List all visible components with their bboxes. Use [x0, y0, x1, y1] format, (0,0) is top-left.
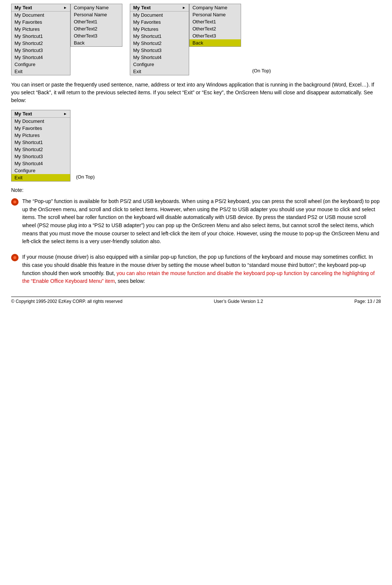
- footer-guide: User’s Guide Version 1.2: [214, 299, 263, 304]
- on-top-label-1: (On Top): [252, 68, 271, 75]
- menu3-item-shortcut3[interactable]: My Shortcut3: [11, 153, 70, 160]
- menu2-item-exit[interactable]: Exit: [130, 68, 189, 75]
- bullet-icon-2: [11, 254, 19, 261]
- menu2-item-configure[interactable]: Configure: [130, 61, 189, 68]
- menu3-item-favorites[interactable]: My Favorites: [11, 125, 70, 132]
- sub1-back[interactable]: Back: [71, 39, 122, 46]
- menu-container-1: My Text ► My Document My Favorites My Pi…: [11, 4, 122, 75]
- menu3-item-shortcut2[interactable]: My Shortcut2: [11, 146, 70, 153]
- arrow-icon-1: ►: [63, 6, 67, 10]
- sub2-other3[interactable]: OtherText3: [190, 32, 241, 39]
- menu2-item-document[interactable]: My Document: [130, 12, 189, 19]
- menu1-item-shortcut3[interactable]: My Shortcut3: [11, 47, 70, 54]
- menu3-item-shortcut4[interactable]: My Shortcut4: [11, 160, 70, 167]
- bullet-text-1: The “Pop-up” function is available for b…: [22, 197, 381, 246]
- sub1-other1[interactable]: OtherText1: [71, 18, 122, 25]
- sub2-back[interactable]: Back: [190, 39, 241, 46]
- menu2-header[interactable]: My Text ►: [130, 4, 189, 12]
- sub2-company[interactable]: Company Name: [190, 4, 241, 11]
- menu3-item-shortcut1[interactable]: My Shortcut1: [11, 139, 70, 146]
- menu1-item-shortcut2[interactable]: My Shortcut2: [11, 40, 70, 47]
- menu3-item-configure[interactable]: Configure: [11, 167, 70, 174]
- menu2-item-shortcut1[interactable]: My Shortcut1: [130, 33, 189, 40]
- bullet-item-1: The “Pop-up” function is available for b…: [11, 197, 381, 246]
- footer-page: Page: 13 / 28: [355, 299, 381, 304]
- menu3-item-document[interactable]: My Document: [11, 118, 70, 125]
- arrow-icon-2: ►: [182, 6, 186, 10]
- sub2-personal[interactable]: Personal Name: [190, 11, 241, 18]
- menu-box-2: My Text ► My Document My Favorites My Pi…: [130, 4, 189, 75]
- footer: © Copyright 1995-2002 EzKey CORP. all ri…: [11, 297, 381, 304]
- sub1-company[interactable]: Company Name: [71, 4, 122, 11]
- menu-container-2: My Text ► My Document My Favorites My Pi…: [130, 4, 241, 75]
- menu1-item-shortcut1[interactable]: My Shortcut1: [11, 33, 70, 40]
- on-top-label-2: (On Top): [76, 174, 95, 182]
- sub1-other3[interactable]: OtherText3: [71, 32, 122, 39]
- sub1-personal[interactable]: Personal Name: [71, 11, 122, 18]
- sub2-other2[interactable]: OtherText2: [190, 25, 241, 32]
- arrow-icon-3: ►: [63, 112, 67, 116]
- sub1-other2[interactable]: OtherText2: [71, 25, 122, 32]
- bullet-icon-1: [11, 198, 19, 206]
- menu-box-1: My Text ► My Document My Favorites My Pi…: [11, 4, 70, 75]
- menu1-header[interactable]: My Text ►: [11, 4, 70, 12]
- bullet2-after: , sees below:: [115, 278, 145, 284]
- menu3-header[interactable]: My Text ►: [11, 110, 70, 118]
- description-text: You can insert or paste the frequently u…: [11, 81, 381, 104]
- menu1-item-favorites[interactable]: My Favorites: [11, 19, 70, 26]
- menu1-item-shortcut4[interactable]: My Shortcut4: [11, 54, 70, 61]
- menu1-item-exit[interactable]: Exit: [11, 68, 70, 75]
- menu1-item-document[interactable]: My Document: [11, 12, 70, 19]
- submenu-box-2: Company Name Personal Name OtherText1 Ot…: [189, 4, 241, 47]
- note-label: Note:: [11, 187, 381, 193]
- menu3-item-exit[interactable]: Exit: [11, 174, 70, 181]
- menu1-item-pictures[interactable]: My Pictures: [11, 26, 70, 33]
- bullet-text-2: If your mouse (mouse driver) is also equ…: [22, 253, 381, 285]
- menu1-item-configure[interactable]: Configure: [11, 61, 70, 68]
- bullet-item-2: If your mouse (mouse driver) is also equ…: [11, 253, 381, 285]
- menu2-item-shortcut2[interactable]: My Shortcut2: [130, 40, 189, 47]
- menu-box-3: My Text ► My Document My Favorites My Pi…: [11, 110, 70, 182]
- menu2-item-favorites[interactable]: My Favorites: [130, 19, 189, 26]
- single-menu-row: My Text ► My Document My Favorites My Pi…: [11, 110, 381, 182]
- footer-copyright: © Copyright 1995-2002 EzKey CORP. all ri…: [11, 299, 122, 304]
- menu3-item-pictures[interactable]: My Pictures: [11, 132, 70, 139]
- menu2-item-shortcut3[interactable]: My Shortcut3: [130, 47, 189, 54]
- menu2-item-pictures[interactable]: My Pictures: [130, 26, 189, 33]
- sub2-other1[interactable]: OtherText1: [190, 18, 241, 25]
- top-menus-row: My Text ► My Document My Favorites My Pi…: [11, 4, 381, 75]
- menu2-item-shortcut4[interactable]: My Shortcut4: [130, 54, 189, 61]
- submenu-box-1: Company Name Personal Name OtherText1 Ot…: [70, 4, 122, 47]
